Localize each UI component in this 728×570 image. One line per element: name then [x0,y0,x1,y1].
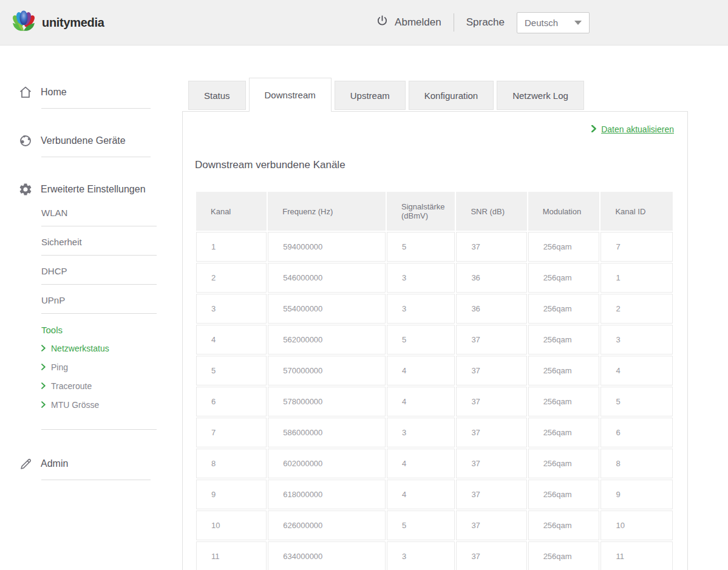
divider [41,313,157,314]
table-cell: 634000000 [268,541,386,570]
sidebar-item-label: Admin [41,458,68,469]
table-cell: 626000000 [268,511,386,540]
table-cell: 3 [387,418,455,447]
table-row: 1594000000537256qam7 [196,232,673,262]
table-cell: 256qam [528,294,600,324]
table-cell: 256qam [528,541,600,570]
table-cell: 10 [196,511,267,540]
tab-upstream[interactable]: Upstream [335,81,406,110]
sidebar-item-traceroute[interactable]: Traceroute [41,381,182,392]
tab-netzwerk-log[interactable]: Netzwerk Log [497,81,584,110]
sidebar-item-upnp[interactable]: UPnP [41,295,182,307]
unitymedia-flower-icon [11,8,36,36]
chevron-right-icon [41,362,46,372]
table-cell: 37 [456,541,526,570]
table-cell: 9 [196,480,267,509]
table-cell: 546000000 [268,263,386,293]
gear-icon [18,182,33,197]
divider [41,226,157,226]
table-body: 1594000000537256qam72546000000336256qam1… [196,232,673,570]
chevron-right-icon [41,400,46,410]
table-cell: 1 [600,263,673,293]
sidebar-item-tools[interactable]: Tools [41,325,182,335]
divider [41,108,151,109]
sidebar-item-connected-devices[interactable]: Verbundene Geräte [18,133,182,149]
table-row: 2546000000336256qam1 [196,263,673,293]
divider [41,157,151,157]
home-icon [18,85,33,100]
table-cell: 1 [196,232,267,262]
table-cell: 37 [456,356,526,385]
tool-label: MTU Grösse [51,400,99,410]
sidebar-item-admin[interactable]: Admin [18,456,182,472]
pencil-icon [18,456,33,471]
sidebar-item-dhcp[interactable]: DHCP [41,266,182,278]
table-row: 5570000000437256qam4 [196,356,673,385]
table-cell: 3 [196,294,267,324]
sidebar-item-home[interactable]: Home [18,84,182,100]
table-cell: 4 [196,325,267,355]
table-cell: 3 [387,263,455,293]
sidebar-item-wlan[interactable]: WLAN [41,208,182,220]
table-cell: 8 [600,449,673,478]
table-row: 4562000000537256qam3 [196,325,673,355]
table-row: 6578000000437256qam5 [196,387,673,416]
sidebar-item-sicherheit[interactable]: Sicherheit [41,237,182,249]
power-icon [376,15,389,30]
sidebar-item-ping[interactable]: Ping [41,362,182,373]
table-cell: 4 [387,480,455,509]
table-cell: 3 [600,325,673,355]
tab-bar: Status Downstream Upstream Konfiguration… [188,78,728,111]
table-cell: 578000000 [268,387,386,416]
sidebar: Home Verbundene Geräte Erweiterte Ein [0,46,182,570]
main-content: Status Downstream Upstream Konfiguration… [182,46,728,570]
table-cell: 256qam [528,325,600,355]
sidebar-item-mtu-groesse[interactable]: MTU Grösse [41,399,182,410]
sidebar-item-label: Home [41,87,67,98]
table-cell: 37 [456,387,526,416]
table-cell: 5 [387,325,455,355]
logout-button[interactable]: Abmelden [376,15,441,30]
table-cell: 8 [196,449,267,478]
table-row: 7586000000337256qam6 [196,418,673,447]
sidebar-item-netzwerkstatus[interactable]: Netzwerkstatus [41,343,182,354]
chevron-right-icon [41,344,46,353]
tool-label: Traceroute [51,381,92,391]
connected-devices-icon [18,134,33,148]
table-cell: 256qam [528,511,600,540]
sidebar-item-label: Erweiterte Einstellungen [41,184,146,195]
language-select[interactable]: Deutsch [517,12,590,33]
column-header-kanal-id: Kanal ID [600,192,673,231]
tab-konfiguration[interactable]: Konfiguration [409,81,494,110]
sidebar-item-advanced-settings[interactable]: Erweiterte Einstellungen [18,182,182,197]
downstream-panel: Daten aktualisieren Downstream verbunden… [182,111,688,570]
table-row: 3554000000336256qam2 [196,294,673,324]
table-cell: 36 [456,294,526,324]
table-cell: 2 [196,263,267,293]
table-cell: 4 [387,356,455,385]
table-cell: 5 [387,511,455,540]
brand-name: unitymedia [42,16,104,30]
table-cell: 7 [196,418,267,447]
page-title: Downstream verbundene Kanäle [195,159,674,171]
table-cell: 6 [600,418,673,447]
table-row: 9618000000437256qam9 [196,480,673,509]
table-cell: 11 [196,541,267,570]
table-cell: 37 [456,449,526,478]
column-header-frequenz: Frequenz (Hz) [268,192,386,231]
table-cell: 618000000 [268,480,386,509]
tab-downstream[interactable]: Downstream [249,78,332,112]
table-cell: 570000000 [268,356,386,385]
tab-status[interactable]: Status [188,81,246,110]
table-cell: 5 [387,232,455,262]
sidebar-item-label: Verbundene Geräte [41,135,126,146]
table-cell: 256qam [528,387,600,416]
table-cell: 4 [600,356,673,385]
language-value: Deutsch [525,18,558,28]
refresh-data-link[interactable]: Daten aktualisieren [591,123,674,136]
table-cell: 6 [196,387,267,416]
table-cell: 256qam [528,232,600,262]
header-divider [454,13,454,32]
brand-logo[interactable]: unitymedia [11,8,104,36]
divider [41,284,157,285]
